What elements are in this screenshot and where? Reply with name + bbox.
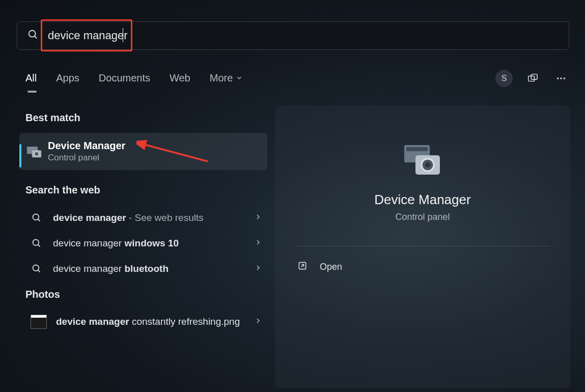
svg-point-11 (33, 214, 39, 220)
avatar-initial: S (502, 74, 507, 83)
open-label: Open (320, 262, 342, 272)
preview-app-icon (401, 141, 444, 179)
tab-label: More (210, 72, 233, 84)
tab-more[interactable]: More (210, 70, 243, 86)
tab-label: Documents (99, 72, 150, 83)
search-icon (31, 264, 43, 274)
tab-apps[interactable]: Apps (56, 70, 79, 86)
svg-point-0 (29, 31, 36, 37)
best-match-subtitle: Control panel (48, 153, 125, 163)
tab-documents[interactable]: Documents (99, 70, 150, 86)
svg-line-14 (38, 245, 40, 247)
svg-point-21 (425, 162, 430, 167)
svg-point-9 (35, 152, 39, 156)
device-manager-icon (25, 143, 43, 160)
svg-point-4 (557, 77, 559, 79)
svg-point-5 (560, 77, 562, 79)
tab-underline (27, 91, 37, 93)
tab-label: Web (170, 72, 190, 83)
svg-point-15 (33, 265, 39, 271)
results-column: Best match Device Manager Control panel … (25, 112, 267, 334)
photo-filename: device manager constantly refreshing.png (56, 315, 254, 328)
preview-title: Device Manager (295, 192, 550, 208)
feedback-icon[interactable] (524, 70, 541, 87)
annotation-arrow (136, 140, 213, 165)
filter-tabs: All Apps Documents Web More S (25, 70, 570, 86)
svg-line-1 (35, 36, 37, 39)
photo-result[interactable]: device manager constantly refreshing.png (25, 310, 267, 334)
search-bar[interactable] (17, 21, 569, 50)
section-photos: Photos (25, 289, 267, 300)
open-action[interactable]: Open (295, 246, 550, 288)
preview-panel: Device Manager Control panel Open (275, 105, 570, 388)
more-options-icon[interactable] (552, 70, 570, 87)
chevron-right-icon (254, 316, 262, 327)
web-result-text: device manager windows 10 (53, 238, 254, 249)
section-search-web: Search the web (25, 184, 267, 196)
tab-all[interactable]: All (25, 70, 37, 86)
section-best-match: Best match (25, 112, 267, 124)
web-result-text: device manager - See web results (53, 212, 254, 223)
svg-point-13 (33, 240, 39, 246)
chevron-right-icon (254, 212, 262, 223)
search-input[interactable] (48, 29, 559, 42)
web-results-list: device manager - See web resultsdevice m… (25, 205, 267, 282)
tab-web[interactable]: Web (170, 70, 190, 86)
chevron-down-icon (236, 72, 243, 84)
svg-rect-18 (406, 147, 428, 151)
preview-subtitle: Control panel (295, 212, 550, 222)
web-result-text: device manager bluetooth (53, 263, 254, 274)
svg-line-16 (38, 270, 40, 272)
search-icon (31, 238, 43, 248)
web-result[interactable]: device manager bluetooth (25, 256, 267, 282)
svg-point-6 (564, 77, 566, 79)
tab-label: Apps (56, 72, 79, 83)
tab-label: All (25, 72, 37, 83)
user-avatar[interactable]: S (495, 70, 513, 87)
chevron-right-icon (254, 263, 262, 274)
search-icon (27, 29, 39, 42)
best-match-title: Device Manager (48, 140, 125, 152)
web-result[interactable]: device manager - See web results (25, 205, 267, 231)
svg-line-12 (38, 219, 40, 221)
search-icon (31, 213, 43, 223)
svg-line-10 (143, 144, 208, 161)
web-result[interactable]: device manager windows 10 (25, 231, 267, 256)
photo-thumbnail (31, 315, 47, 329)
open-icon (297, 261, 308, 273)
chevron-right-icon (254, 238, 262, 249)
best-match-result[interactable]: Device Manager Control panel (19, 133, 267, 170)
